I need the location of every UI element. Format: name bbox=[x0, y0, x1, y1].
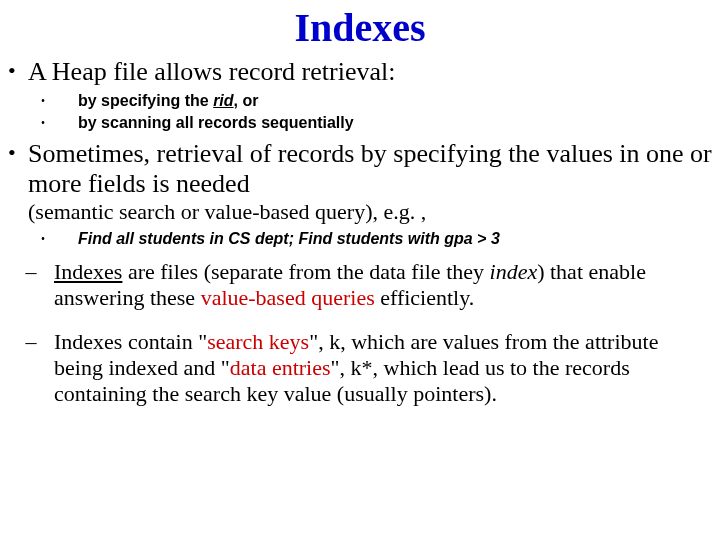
bullet-marker: • bbox=[8, 139, 28, 167]
bullet-1: • A Heap file allows record retrieval: •… bbox=[8, 57, 712, 133]
bullet-1-sub-1: • by specifying the rid, or bbox=[8, 91, 712, 111]
bullet-1-sub-1-text: by specifying the rid, or bbox=[78, 91, 258, 111]
bullet-2-note: (semantic search or value-based query), … bbox=[28, 199, 712, 225]
slide-title: Indexes bbox=[8, 4, 712, 51]
dash-2: – Indexes contain "search keys", k, whic… bbox=[8, 329, 712, 407]
dash-1: – Indexes are files (separate from the d… bbox=[8, 259, 712, 311]
sub-marker: • bbox=[8, 91, 78, 111]
sub-marker: • bbox=[8, 113, 78, 133]
dash-marker: – bbox=[8, 329, 54, 355]
bullet-2: • Sometimes, retrieval of records by spe… bbox=[8, 139, 712, 407]
bullet-2-sublist: • Find all students in CS dept; Find stu… bbox=[8, 229, 712, 249]
bullet-2-sub-1-text: Find all students in CS dept; Find stude… bbox=[78, 229, 500, 249]
bullet-2-text: Sometimes, retrieval of records by speci… bbox=[28, 139, 712, 199]
bullet-1-sub-2-text: by scanning all records sequentially bbox=[78, 113, 354, 133]
bullet-1-sub-2: • by scanning all records sequentially bbox=[8, 113, 712, 133]
sub-marker: • bbox=[8, 229, 78, 249]
bullet-marker: • bbox=[8, 57, 28, 85]
bullet-2-sub-1: • Find all students in CS dept; Find stu… bbox=[8, 229, 712, 249]
bullet-list: • A Heap file allows record retrieval: •… bbox=[8, 57, 712, 407]
dash-2-text: Indexes contain "search keys", k, which … bbox=[54, 329, 712, 407]
dash-list: – Indexes are files (separate from the d… bbox=[8, 259, 712, 407]
slide: Indexes • A Heap file allows record retr… bbox=[0, 0, 720, 433]
bullet-1-text: A Heap file allows record retrieval: bbox=[28, 57, 395, 87]
dash-1-text: Indexes are files (separate from the dat… bbox=[54, 259, 712, 311]
bullet-1-sublist: • by specifying the rid, or • by scannin… bbox=[8, 91, 712, 133]
dash-marker: – bbox=[8, 259, 54, 285]
